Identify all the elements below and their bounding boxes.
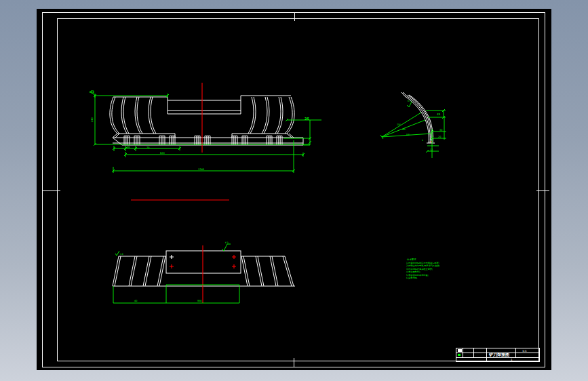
notes-line: 6.尖角倒钝。 (406, 277, 419, 279)
dim-angle-1: 25° (397, 123, 401, 126)
dim-top-width: 30 (89, 91, 92, 94)
title-block-part-name: 铲刀焊接图 (488, 352, 509, 357)
dim-right-offset: 25 (305, 117, 309, 121)
dim-mid-1: 30 (439, 129, 442, 132)
plot-sheet (37, 9, 551, 370)
title-block-checked-stamp (458, 354, 460, 357)
title-block-scale: 1:1 (522, 349, 527, 353)
title-block-drawn-by-stamp (458, 349, 463, 352)
notes-title: 技术要求 (407, 258, 416, 261)
dim-a1: 40 (127, 146, 130, 148)
dim-angle-3: 55° (406, 134, 410, 136)
notes-line: 4.未注圆角R5; (406, 270, 420, 273)
plan-dim-center: 980 (197, 300, 201, 302)
dim-b: 620 (160, 152, 165, 155)
plan-dim-left: 40 (134, 300, 137, 302)
side-finish-value: 6.3 (408, 100, 411, 102)
dim-small: 8 (422, 139, 423, 142)
notes-line: 3.焊后清除焊渣并校正变形; (406, 268, 433, 270)
notes-line: 2.焊缝应均匀平整,无夹渣气孔裂纹; (406, 264, 440, 267)
dim-mid-2: 20 (438, 136, 441, 138)
dim-total: 1240 (198, 168, 205, 171)
cad-viewport[interactable]: 25 30 240 40 70 620 1240 25° 40° 55° 6.3… (0, 0, 588, 381)
dim-a2: 70 (146, 146, 149, 149)
notes-line: 5.表面喷涂防锈漆两遍; (406, 274, 429, 277)
plan-mark-value: 1.6 (120, 253, 123, 256)
notes-line: 1.焊接前清除坡口及两侧油污锈斑; (406, 262, 439, 264)
plan-finish-value: 6.3 (225, 241, 229, 244)
dim-bottom: 12 (430, 148, 433, 151)
dim-angle-2: 40° (402, 128, 406, 131)
dim-top: 45 (437, 113, 441, 116)
dim-height: 240 (91, 117, 94, 122)
